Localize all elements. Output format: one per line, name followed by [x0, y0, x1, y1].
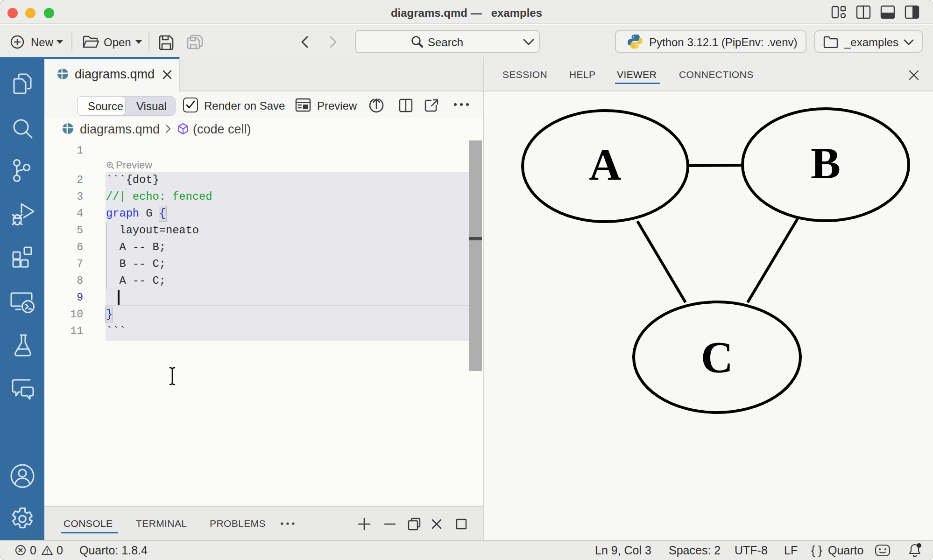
svg-text:B: B	[811, 138, 841, 188]
svg-text:C: C	[701, 332, 733, 382]
svg-text:A: A	[589, 140, 621, 189]
